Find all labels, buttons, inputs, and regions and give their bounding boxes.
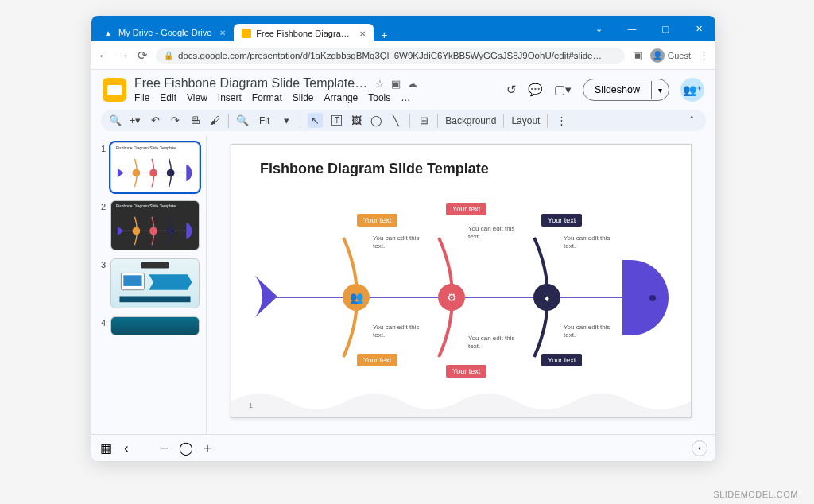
search-menu-icon[interactable]: 🔍	[109, 114, 122, 126]
slide-title[interactable]: Fishbone Diagram Slide Template	[260, 161, 489, 177]
canvas-area[interactable]: Fishbone Diagram Slide Template 👥 Your	[207, 136, 715, 434]
image-icon[interactable]: 🖼	[350, 114, 362, 126]
bone3-top-label[interactable]: Your text	[541, 214, 582, 227]
reload-button[interactable]: ⟳	[138, 48, 148, 63]
line-icon[interactable]: ╲	[390, 114, 402, 126]
fishbone-diagram[interactable]: 👥 Your text You can edit this text. You …	[255, 220, 669, 379]
doc-meta: Free Fishbone Diagram Slide Template… ☆ …	[134, 76, 498, 103]
close-tab-icon[interactable]: ✕	[359, 29, 366, 38]
new-slide-icon[interactable]: +▾	[129, 114, 141, 126]
slide-thumb-1[interactable]: Fishbone Diagram Slide Template	[110, 142, 200, 192]
bone2-top-label[interactable]: Your text	[446, 203, 486, 215]
prev-slide-icon[interactable]: ‹	[120, 441, 133, 456]
bone2-top-text[interactable]: You can edit this text.	[468, 225, 524, 240]
slide-canvas[interactable]: Fishbone Diagram Slide Template 👥 Your	[231, 144, 692, 418]
explore-icon[interactable]: ‹	[692, 440, 707, 456]
zoom-out-icon[interactable]: −	[158, 441, 171, 456]
comments-icon[interactable]: 💬	[528, 83, 543, 97]
menu-slide[interactable]: Slide	[293, 92, 314, 103]
zoom-in-icon[interactable]: +	[201, 441, 214, 456]
bone2-bottom-text[interactable]: You can edit this text.	[468, 335, 524, 350]
browser-tab-slides[interactable]: Free Fishbone Diagram Slide Tem ✕	[234, 24, 374, 41]
zoom-dropdown-icon[interactable]: ▾	[280, 114, 293, 126]
fishbone-bone-3[interactable]: ⬧	[529, 235, 566, 360]
chevron-down-icon[interactable]: ⌄	[582, 16, 615, 41]
menu-view[interactable]: View	[187, 92, 207, 103]
doc-title[interactable]: Free Fishbone Diagram Slide Template…	[134, 76, 367, 91]
bone1-bottom-label[interactable]: Your text	[357, 354, 397, 366]
url-field[interactable]: 🔒 docs.google.com/presentation/d/1aKzgbb…	[156, 48, 625, 64]
wave-decoration	[231, 386, 691, 417]
collapse-toolbar-icon[interactable]: ˄	[685, 114, 698, 126]
zoom-reset-icon[interactable]: ◯	[179, 440, 193, 456]
browser-tab-drive[interactable]: ▲ My Drive - Google Drive ✕	[95, 22, 234, 41]
bone2-bottom-label[interactable]: Your text	[446, 365, 486, 378]
minimize-button[interactable]: —	[615, 16, 649, 41]
layout-button[interactable]: Layout	[511, 115, 540, 126]
slideshow-button[interactable]: Slideshow ▾	[583, 79, 669, 101]
move-folder-icon[interactable]: ▣	[391, 78, 401, 90]
toolbar: 🔍 +▾ ↶ ↷ 🖶 🖌 🔍 Fit ▾ ↖ 🅃 🖼 ◯ ╲ ⊞ Backgro…	[101, 110, 706, 131]
menu-more[interactable]: …	[401, 92, 410, 103]
svg-rect-8	[141, 262, 169, 269]
workspace: 1 Fishbone Diagram Slide Template	[91, 136, 715, 434]
profile-button[interactable]: 👤 Guest	[650, 48, 691, 63]
menu-tools[interactable]: Tools	[368, 92, 390, 103]
zoom-level[interactable]: Fit	[256, 115, 273, 126]
bottom-bar: ▦ ‹ − ◯ + ‹	[91, 434, 715, 461]
share-button[interactable]: 👥⁺	[680, 78, 704, 102]
svg-point-5	[133, 227, 141, 235]
star-icon[interactable]: ☆	[375, 78, 385, 90]
close-window-button[interactable]: ✕	[682, 16, 715, 41]
extensions-icon[interactable]: ▣	[633, 49, 642, 61]
thumb-number: 3	[99, 258, 106, 269]
zoom-icon[interactable]: 🔍	[236, 114, 249, 126]
shape-icon[interactable]: ◯	[370, 114, 382, 126]
user-circle-icon: 👤	[650, 48, 665, 63]
more-tools-icon[interactable]: ⋮	[555, 114, 568, 126]
maximize-button[interactable]: ▢	[649, 16, 682, 41]
new-tab-button[interactable]: +	[374, 29, 394, 41]
background-button[interactable]: Background	[445, 115, 496, 126]
guest-label: Guest	[668, 51, 691, 60]
menu-file[interactable]: File	[134, 92, 149, 103]
slideshow-label: Slideshow	[583, 79, 651, 100]
print-icon[interactable]: 🖶	[188, 114, 201, 126]
fishbone-bone-2[interactable]: ⚙	[434, 235, 471, 360]
bone3-bottom-text[interactable]: You can edit this text.	[564, 324, 619, 339]
menu-format[interactable]: Format	[252, 92, 282, 103]
undo-icon[interactable]: ↶	[149, 114, 161, 126]
header-right: ↺ 💬 ▢▾ Slideshow ▾ 👥⁺	[506, 78, 704, 102]
fish-head-icon	[622, 260, 669, 335]
history-icon[interactable]: ↺	[506, 83, 517, 97]
more-menu-icon[interactable]: ⋮	[699, 49, 709, 61]
slide-thumb-3[interactable]	[110, 258, 200, 308]
svg-rect-10	[123, 275, 141, 286]
slide-thumb-4[interactable]	[110, 316, 200, 335]
text-box-icon[interactable]: 🅃	[330, 114, 343, 126]
slide-thumb-2[interactable]: Fishbone Diagram Slide Template	[110, 200, 200, 250]
bone1-top-label[interactable]: Your text	[357, 214, 397, 227]
bone3-bottom-label[interactable]: Your text	[541, 354, 582, 366]
menu-insert[interactable]: Insert	[218, 92, 242, 103]
meet-icon[interactable]: ▢▾	[554, 83, 572, 97]
slideshow-dropdown[interactable]: ▾	[651, 81, 669, 99]
paint-format-icon[interactable]: 🖌	[208, 114, 221, 126]
back-button[interactable]: ←	[98, 48, 110, 62]
menu-edit[interactable]: Edit	[160, 92, 176, 103]
insert-comment-icon[interactable]: ⊞	[417, 114, 430, 126]
svg-point-7	[167, 227, 175, 235]
thumb-number: 1	[99, 142, 106, 153]
grid-view-icon[interactable]: ▦	[99, 440, 112, 456]
bone1-top-text[interactable]: You can edit this text.	[373, 235, 428, 250]
redo-icon[interactable]: ↷	[169, 114, 181, 126]
people-icon: 👥	[343, 284, 370, 311]
select-tool-icon[interactable]: ↖	[308, 113, 323, 128]
bone3-top-text[interactable]: You can edit this text.	[564, 235, 619, 250]
bone1-bottom-text[interactable]: You can edit this text.	[373, 324, 428, 339]
slides-logo-icon[interactable]	[103, 78, 126, 102]
fishbone-bone-1[interactable]: 👥	[339, 235, 375, 360]
forward-button[interactable]: →	[118, 48, 130, 62]
menu-arrange[interactable]: Arrange	[324, 92, 359, 103]
close-tab-icon[interactable]: ✕	[219, 29, 226, 37]
